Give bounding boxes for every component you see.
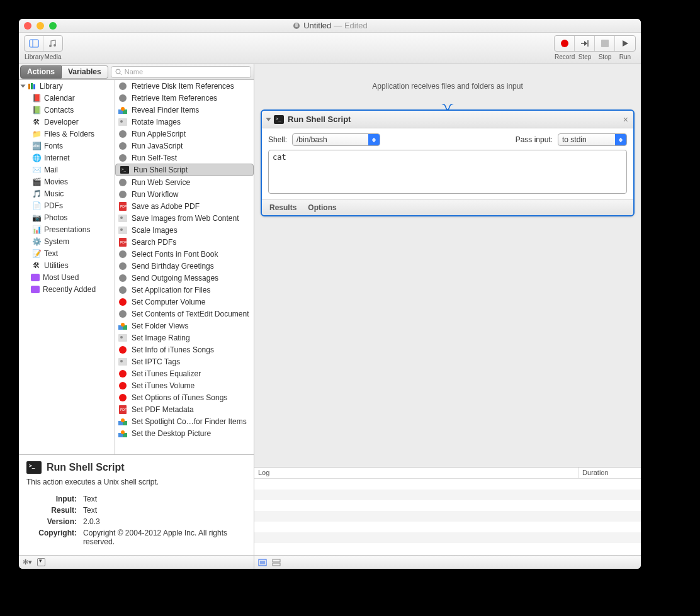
action-list-item[interactable]: Rotate Images [115, 116, 254, 128]
sidebar-item[interactable]: 🎵Music [19, 188, 115, 199]
record-button[interactable] [555, 36, 575, 51]
svg-point-5 [54, 44, 56, 47]
svg-rect-20 [118, 118, 127, 126]
action-list-item[interactable]: Run JavaScript [115, 140, 254, 152]
svg-point-51 [119, 370, 127, 378]
svg-rect-7 [601, 40, 609, 47]
action-list-item[interactable]: Retrieve Item References [115, 92, 254, 104]
sidebar-item[interactable]: 🛠Developer [19, 116, 115, 128]
sidebar-item[interactable]: 🎬Movies [19, 176, 115, 188]
action-list-item[interactable]: Set Info of iTunes Songs [115, 344, 254, 356]
action-list-item[interactable]: Run Web Service [115, 176, 254, 188]
sidebar-item[interactable]: ⚙️System [19, 235, 115, 247]
action-label: Set Image Rating [132, 333, 190, 342]
action-icon [118, 93, 128, 103]
category-sidebar[interactable]: Library 📕Calendar📗Contacts🛠Developer📁Fil… [19, 80, 115, 454]
titlebar[interactable]: Untitled — Edited [19, 19, 641, 33]
sidebar-item[interactable]: 📝Text [19, 247, 115, 259]
action-label: Scale Images [132, 226, 178, 235]
action-list-item[interactable]: Send Birthday Greetings [115, 260, 254, 272]
svg-rect-49 [118, 358, 127, 366]
gear-menu[interactable]: ✻▾ [23, 558, 32, 566]
search-input[interactable]: Name [111, 66, 251, 78]
action-list-item[interactable]: Set Contents of TextEdit Document [115, 308, 254, 320]
svg-point-23 [119, 142, 127, 150]
close-window-button[interactable] [24, 22, 31, 30]
sidebar-item[interactable]: 📗Contacts [19, 104, 115, 116]
sidebar-item[interactable]: 🛠Utilities [19, 259, 115, 271]
action-list-item[interactable]: Set Application for Files [115, 284, 254, 296]
action-list-item[interactable]: Run Workflow [115, 188, 254, 200]
action-list-item[interactable]: PDFSave as Adobe PDF [115, 200, 254, 212]
pass-input-select[interactable]: to stdin [558, 133, 627, 146]
sidebar-item[interactable]: ✉️Mail [19, 164, 115, 176]
action-label: Set the Desktop Picture [132, 429, 211, 438]
most-used[interactable]: Most Used [19, 271, 115, 283]
remove-action-button[interactable]: × [623, 115, 628, 125]
toggle-info-button[interactable]: ▾ [37, 558, 45, 566]
action-list-item[interactable]: PDFSet PDF Metadata [115, 403, 254, 415]
disclosure-icon[interactable] [21, 84, 26, 87]
disclosure-icon[interactable] [266, 118, 271, 121]
action-list-item[interactable]: Set iTunes Equalizer [115, 367, 254, 379]
action-label: Run Workflow [132, 190, 178, 199]
action-list-item[interactable]: Reveal Finder Items [115, 104, 254, 116]
log-column-header[interactable]: Log [254, 468, 578, 478]
action-list-item[interactable]: Set IPTC Tags [115, 356, 254, 367]
action-list-item[interactable]: Select Fonts in Font Book [115, 248, 254, 260]
actions-tab[interactable]: Actions [20, 65, 62, 79]
action-list-item[interactable]: >_Run Shell Script [115, 164, 254, 176]
sidebar-item[interactable]: 🔤Fonts [19, 140, 115, 152]
library-toggle-button[interactable] [25, 36, 43, 51]
stop-button[interactable] [595, 36, 615, 51]
run-button[interactable] [615, 36, 635, 51]
action-list-item[interactable]: Send Outgoing Messages [115, 272, 254, 284]
step-button[interactable] [575, 36, 595, 51]
workflow-canvas[interactable]: Application receives files and folders a… [254, 64, 641, 467]
action-icon: PDF [118, 405, 128, 415]
action-list-item[interactable]: Set Image Rating [115, 332, 254, 344]
shell-select[interactable]: /bin/bash [292, 133, 380, 146]
workflow-view-button[interactable] [272, 559, 281, 566]
sidebar-item[interactable]: 🌐Internet [19, 152, 115, 164]
action-list-item[interactable]: Set iTunes Volume [115, 379, 254, 391]
sidebar-item[interactable]: 📊Presentations [19, 223, 115, 235]
action-list-item[interactable]: Scale Images [115, 224, 254, 236]
info-description: This action executes a Unix shell script… [26, 478, 246, 486]
sidebar-item-label: Developer [44, 118, 79, 126]
action-list-item[interactable]: PDFSearch PDFs [115, 236, 254, 248]
recently-added[interactable]: Recently Added [19, 283, 115, 295]
minimize-window-button[interactable] [37, 22, 44, 30]
record-icon [561, 40, 568, 47]
info-result-value: Text [81, 505, 245, 515]
variables-tab[interactable]: Variables [62, 65, 108, 79]
action-list-item[interactable]: Save Images from Web Content [115, 212, 254, 224]
sidebar-item[interactable]: 📁Files & Folders [19, 128, 115, 140]
action-label: Retrieve Item References [132, 94, 217, 103]
script-textarea[interactable]: cat [268, 150, 627, 194]
duration-column-header[interactable]: Duration [578, 468, 641, 478]
svg-point-15 [119, 82, 127, 90]
sidebar-item[interactable]: 📄PDFs [19, 199, 115, 211]
library-root[interactable]: Library [19, 80, 115, 92]
sidebar-item[interactable]: 📕Calendar [19, 92, 115, 104]
action-list-item[interactable]: Set Computer Volume [115, 296, 254, 308]
log-pane[interactable]: Log Duration [254, 467, 641, 555]
action-list-item[interactable]: Run Self-Test [115, 152, 254, 164]
svg-point-24 [119, 154, 127, 162]
action-list-item[interactable]: Set Folder Views [115, 320, 254, 332]
workflow-action[interactable]: >_ Run Shell Script × Shell: /bin/bash P… [261, 109, 635, 216]
media-button[interactable] [43, 36, 62, 51]
zoom-window-button[interactable] [49, 22, 57, 30]
action-list-item[interactable]: Set the Desktop Picture [115, 427, 254, 439]
options-tab[interactable]: Options [308, 203, 336, 212]
sidebar-item[interactable]: 📷Photos [19, 211, 115, 223]
svg-point-28 [119, 191, 127, 198]
action-list-item[interactable]: Run AppleScript [115, 128, 254, 140]
action-list-item[interactable]: Retrieve Disk Item References [115, 80, 254, 92]
action-list-item[interactable]: Set Spotlight Co…for Finder Items [115, 415, 254, 427]
action-list-item[interactable]: Set Options of iTunes Songs [115, 391, 254, 403]
action-list[interactable]: Retrieve Disk Item ReferencesRetrieve It… [115, 80, 254, 454]
results-tab[interactable]: Results [269, 203, 296, 212]
log-view-button[interactable] [258, 559, 267, 566]
